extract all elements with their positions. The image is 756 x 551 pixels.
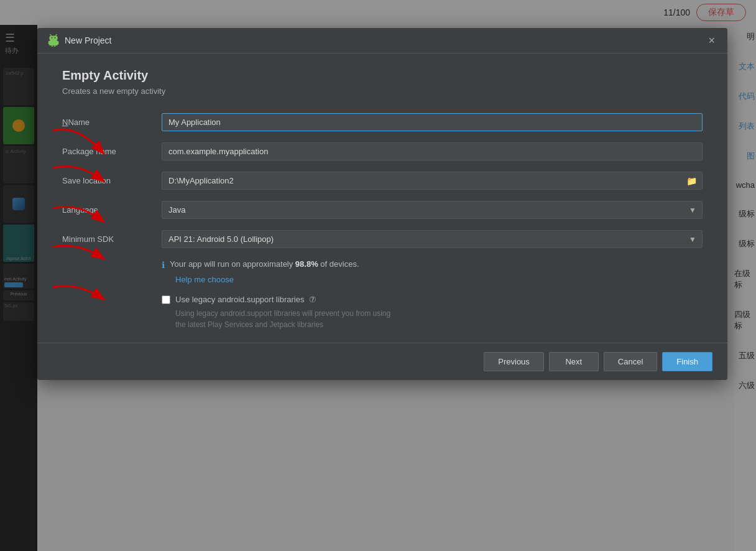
package-label: Package name <box>62 147 162 156</box>
svg-point-2 <box>55 37 56 39</box>
close-button[interactable]: × <box>706 35 717 46</box>
name-input[interactable] <box>162 113 703 131</box>
save-location-label: Save location <box>62 176 162 185</box>
section-title: Empty Activity <box>62 68 703 83</box>
language-select[interactable]: Java Kotlin <box>162 201 703 219</box>
package-row: Package name <box>62 142 703 160</box>
svg-rect-6 <box>52 45 53 47</box>
svg-rect-0 <box>49 36 57 41</box>
info-text: Your app will run on approximately 98.8%… <box>170 259 359 269</box>
legacy-checkbox-desc: Using legacy android.support libraries w… <box>175 308 703 330</box>
save-location-input[interactable] <box>162 172 681 189</box>
help-tooltip-icon[interactable]: ⑦ <box>309 295 316 304</box>
new-project-dialog: New Project × Empty Activity Creates a n… <box>37 28 727 380</box>
android-icon <box>47 34 60 47</box>
legacy-checkbox[interactable] <box>162 295 170 304</box>
info-icon: ℹ <box>162 260 165 270</box>
language-select-wrapper: Java Kotlin ▼ <box>162 201 703 219</box>
dialog-body: Empty Activity Creates a new empty activ… <box>37 53 727 380</box>
name-label: NName <box>62 118 162 127</box>
legacy-checkbox-label: Use legacy android.support libraries <box>175 295 304 304</box>
dialog-titlebar: New Project × <box>37 28 727 53</box>
svg-point-1 <box>52 37 53 39</box>
svg-rect-5 <box>49 40 57 45</box>
info-row: ℹ Your app will run on approximately 98.… <box>162 259 703 270</box>
dialog-footer: Previous Next Cancel Finish <box>37 343 727 380</box>
min-sdk-select-wrapper: API 21: Android 5.0 (Lollipop) API 23: A… <box>162 230 703 248</box>
svg-rect-7 <box>54 45 56 47</box>
help-link[interactable]: Help me choose <box>175 275 234 284</box>
name-row: NName <box>62 113 703 131</box>
min-sdk-select[interactable]: API 21: Android 5.0 (Lollipop) API 23: A… <box>162 230 703 248</box>
finish-button[interactable]: Finish <box>662 352 712 371</box>
language-row: Language Java Kotlin ▼ <box>62 201 703 219</box>
info-section: ℹ Your app will run on approximately 98.… <box>162 259 703 285</box>
next-button[interactable]: Next <box>549 352 599 371</box>
cancel-button[interactable]: Cancel <box>604 352 657 371</box>
previous-button[interactable]: Previous <box>484 352 544 371</box>
dialog-title: New Project <box>65 35 706 45</box>
legacy-checkbox-row: Use legacy android.support libraries ⑦ <box>162 295 703 304</box>
browse-button[interactable]: 📁 <box>681 174 702 188</box>
min-sdk-label: Minimum SDK <box>62 234 162 244</box>
save-location-row: Save location 📁 <box>62 172 703 190</box>
language-label: Language <box>62 205 162 215</box>
min-sdk-row: Minimum SDK API 21: Android 5.0 (Lollipo… <box>62 230 703 248</box>
package-input[interactable] <box>162 142 703 160</box>
save-location-wrapper: 📁 <box>162 172 703 190</box>
section-desc: Creates a new empty activity <box>62 86 703 96</box>
